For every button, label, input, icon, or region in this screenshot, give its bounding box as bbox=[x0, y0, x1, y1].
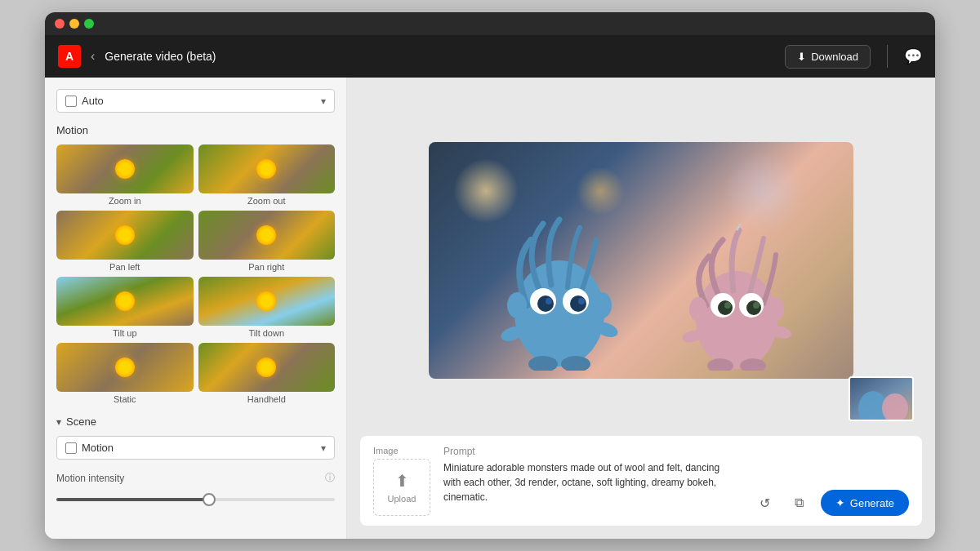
motion-thumb-label-static: Static bbox=[114, 394, 136, 404]
motion-intensity-slider-container bbox=[56, 491, 335, 508]
generate-button[interactable]: ✦ Generate bbox=[821, 490, 909, 516]
motion-thumb-image-zoom-in bbox=[56, 144, 194, 193]
upload-area[interactable]: ⬆ Upload bbox=[373, 459, 430, 516]
traffic-lights bbox=[55, 19, 94, 29]
motion-thumb-image-static bbox=[56, 343, 194, 392]
upload-icon: ⬆ bbox=[395, 471, 409, 491]
svg-point-21 bbox=[746, 300, 761, 315]
svg-point-6 bbox=[570, 295, 586, 312]
motion-thumb-image-pan-left bbox=[56, 211, 194, 260]
close-button[interactable] bbox=[55, 19, 65, 29]
motion-intensity-info-icon: ⓘ bbox=[325, 471, 335, 485]
prompt-meta-label: Prompt bbox=[443, 446, 475, 457]
scene-motion-label: Motion bbox=[82, 442, 316, 454]
adobe-logo: A bbox=[58, 45, 81, 68]
motion-thumb-handheld bbox=[198, 343, 336, 392]
svg-point-7 bbox=[546, 298, 552, 304]
bottom-panel: Image ⬆ Upload Prompt Miniature adorable… bbox=[360, 436, 922, 526]
motion-thumb-label-zoom-in: Zoom in bbox=[109, 196, 141, 206]
sidebar: Auto ▾ Motion Zoom in bbox=[45, 78, 347, 539]
video-thumbnail[interactable] bbox=[849, 376, 914, 421]
motion-item-zoom-in[interactable]: Zoom in bbox=[56, 144, 194, 206]
motion-thumb-image-tilt-down bbox=[198, 277, 336, 326]
content-area: Image ⬆ Upload Prompt Miniature adorable… bbox=[347, 78, 935, 539]
video-thumbnail-area bbox=[849, 376, 914, 421]
copy-button[interactable]: ⧉ bbox=[786, 490, 813, 516]
scene-title: Scene bbox=[66, 415, 96, 428]
auto-dropdown[interactable]: Auto ▾ bbox=[56, 89, 335, 113]
motion-section-label: Motion bbox=[56, 124, 335, 136]
bokeh-effect-1 bbox=[453, 158, 519, 224]
motion-item-pan-right[interactable]: Pan right bbox=[198, 211, 336, 272]
svg-point-1 bbox=[507, 292, 527, 318]
toolbar-title: Generate video (beta) bbox=[105, 50, 216, 63]
svg-line-14 bbox=[737, 224, 747, 230]
auto-dropdown-label: Auto bbox=[82, 95, 316, 107]
scene-motion-arrow-icon: ▾ bbox=[321, 442, 326, 454]
maximize-button[interactable] bbox=[84, 19, 94, 29]
motion-thumb-image-zoom-out bbox=[198, 144, 336, 193]
motion-thumb-image-pan-right bbox=[198, 211, 336, 260]
scene-section: ▾ Scene Motion ▾ Motion intensity ⓘ bbox=[56, 415, 335, 508]
motion-intensity-row: Motion intensity ⓘ bbox=[56, 471, 335, 485]
motion-item-tilt-up[interactable]: Tilt up bbox=[56, 277, 194, 338]
scene-motion-dropdown[interactable]: Motion ▾ bbox=[56, 436, 335, 460]
motion-intensity-label: Motion intensity bbox=[56, 473, 124, 484]
motion-thumb-label-zoom-out: Zoom out bbox=[247, 196, 285, 206]
svg-point-17 bbox=[766, 297, 784, 322]
svg-point-20 bbox=[718, 300, 733, 315]
svg-point-5 bbox=[537, 295, 554, 312]
back-button[interactable]: ‹ bbox=[91, 49, 95, 64]
motion-thumb-image-handheld bbox=[198, 343, 336, 392]
motion-item-tilt-down[interactable]: Tilt down bbox=[198, 277, 336, 338]
svg-point-8 bbox=[578, 298, 585, 304]
toolbar-divider bbox=[887, 45, 888, 68]
video-area bbox=[360, 91, 922, 429]
auto-checkbox-icon bbox=[65, 96, 77, 107]
motion-thumb-image-tilt-up bbox=[56, 277, 194, 326]
svg-point-16 bbox=[689, 297, 707, 322]
motion-thumb-tilt-up bbox=[56, 277, 194, 326]
motion-thumb-tilt-down bbox=[198, 277, 336, 326]
svg-point-0 bbox=[514, 260, 604, 367]
motion-thumb-label-pan-right: Pan right bbox=[248, 262, 284, 272]
motion-grid: Zoom in Zoom out Pan left bbox=[56, 144, 335, 404]
bokeh-effect-3 bbox=[576, 167, 625, 216]
motion-thumb-label-handheld: Handheld bbox=[247, 394, 286, 404]
motion-thumb-label-pan-left: Pan left bbox=[109, 262, 140, 272]
bokeh-effect-2 bbox=[723, 150, 804, 232]
motion-thumb-pan-right bbox=[198, 211, 336, 260]
download-button[interactable]: ⬇ Download bbox=[785, 45, 871, 69]
thumbnail-preview bbox=[850, 378, 914, 421]
minimize-button[interactable] bbox=[69, 19, 79, 29]
motion-item-zoom-out[interactable]: Zoom out bbox=[198, 144, 336, 206]
download-label: Download bbox=[811, 51, 858, 63]
motion-thumb-zoom-out bbox=[198, 144, 336, 193]
download-icon: ⬇ bbox=[797, 51, 806, 63]
motion-item-handheld[interactable]: Handheld bbox=[198, 343, 336, 404]
motion-thumb-zoom-in bbox=[56, 144, 194, 193]
generate-icon: ✦ bbox=[835, 496, 845, 509]
image-label: Image bbox=[373, 446, 399, 455]
generate-label: Generate bbox=[850, 497, 894, 509]
app-window: A ‹ Generate video (beta) ⬇ Download 💬 A… bbox=[45, 12, 935, 539]
motion-intensity-slider[interactable] bbox=[56, 498, 335, 501]
monster-blue-svg bbox=[494, 216, 625, 371]
scene-motion-checkbox-icon[interactable] bbox=[65, 442, 77, 454]
motion-section: Motion Zoom in Zoom out bbox=[56, 124, 335, 404]
svg-point-13 bbox=[696, 271, 777, 369]
auto-dropdown-arrow-icon: ▾ bbox=[321, 96, 326, 107]
prompt-section: Prompt Miniature adorable monsters made … bbox=[443, 446, 739, 504]
upload-label: Upload bbox=[388, 494, 416, 504]
motion-item-static[interactable]: Static bbox=[56, 343, 194, 404]
motion-thumb-static bbox=[56, 343, 194, 392]
undo-button[interactable]: ↺ bbox=[752, 490, 778, 516]
svg-point-2 bbox=[592, 292, 612, 318]
motion-item-pan-left[interactable]: Pan left bbox=[56, 211, 194, 272]
title-bar bbox=[45, 12, 935, 35]
actions-row: ↺ ⧉ ✦ Generate bbox=[752, 490, 909, 516]
scene-chevron-icon: ▾ bbox=[56, 416, 61, 428]
svg-point-22 bbox=[724, 302, 731, 309]
monster-pink-svg bbox=[678, 224, 796, 371]
chat-icon[interactable]: 💬 bbox=[904, 47, 922, 65]
